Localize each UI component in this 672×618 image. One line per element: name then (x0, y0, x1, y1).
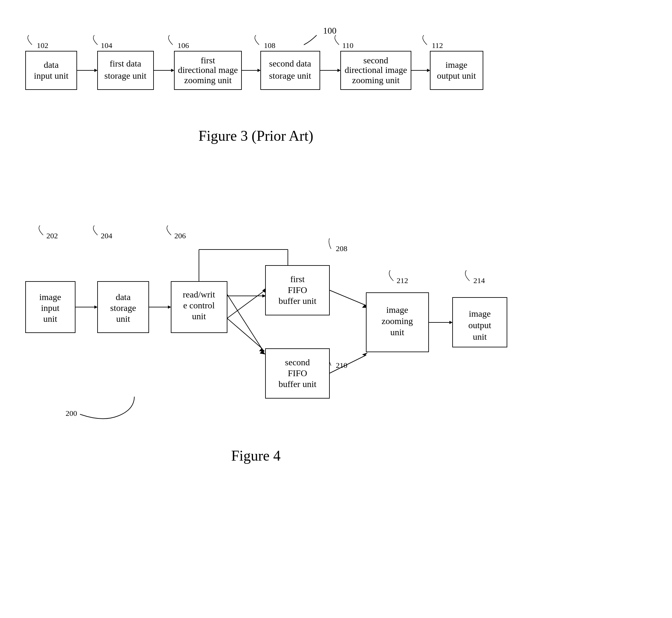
svg-text:unit: unit (473, 332, 487, 342)
svg-text:image: image (446, 60, 467, 70)
svg-text:image: image (39, 292, 61, 302)
svg-marker-19 (257, 69, 261, 72)
svg-text:FIFO: FIFO (288, 285, 307, 295)
svg-text:output unit: output unit (437, 71, 476, 81)
svg-text:data: data (44, 60, 59, 70)
svg-line-80 (329, 355, 366, 373)
svg-text:112: 112 (432, 41, 443, 49)
figure-3-diagram: 100 102 data input unit 104 first data s… (16, 16, 656, 170)
svg-text:204: 204 (101, 232, 112, 240)
box-104: 104 first data storage unit (93, 35, 153, 90)
svg-text:image: image (469, 309, 491, 319)
box-106: 106 first directional mage zooming unit (169, 35, 241, 90)
svg-text:read/writ: read/writ (183, 290, 215, 299)
svg-text:second: second (285, 357, 310, 367)
svg-text:directional image: directional image (344, 65, 407, 75)
svg-rect-34 (430, 51, 483, 90)
svg-text:buffer unit: buffer unit (278, 296, 317, 306)
svg-text:102: 102 (37, 41, 48, 49)
box-214: 214 image output unit (453, 270, 507, 347)
svg-text:directional mage: directional mage (178, 65, 238, 75)
svg-rect-8 (98, 51, 153, 90)
svg-text:buffer unit: buffer unit (278, 379, 317, 389)
svg-text:unit: unit (390, 327, 404, 337)
svg-marker-25 (337, 69, 341, 72)
svg-text:zooming: zooming (381, 316, 413, 326)
box-206: 206 read/writ e control unit (167, 225, 227, 333)
svg-text:FIFO: FIFO (288, 368, 307, 378)
svg-marker-81 (362, 352, 368, 356)
svg-rect-21 (261, 51, 320, 90)
box-110: 110 second directional image zooming uni… (335, 35, 411, 90)
svg-text:data: data (116, 292, 131, 302)
box-108: 108 second data storage unit (255, 35, 320, 90)
svg-line-78 (329, 290, 366, 305)
svg-text:208: 208 (336, 244, 347, 253)
svg-line-62 (227, 318, 262, 349)
fig4-title: Figure 4 (231, 447, 281, 464)
svg-text:zooming unit: zooming unit (184, 75, 232, 85)
svg-marker-43 (94, 305, 98, 309)
svg-text:second data: second data (269, 59, 311, 69)
svg-text:unit: unit (116, 314, 130, 324)
svg-text:110: 110 (342, 41, 353, 49)
svg-text:storage unit: storage unit (269, 71, 311, 81)
svg-text:104: 104 (101, 41, 112, 49)
svg-line-66 (227, 291, 264, 318)
svg-text:108: 108 (264, 41, 275, 49)
svg-text:unit: unit (192, 311, 206, 321)
svg-text:212: 212 (397, 276, 408, 285)
box-112: 112 image output unit (423, 35, 483, 90)
svg-text:storage unit: storage unit (104, 71, 146, 81)
svg-text:input unit: input unit (34, 71, 69, 81)
ref-200-label: 200 (66, 409, 77, 417)
svg-text:106: 106 (178, 41, 189, 49)
svg-text:storage: storage (110, 303, 136, 313)
box-102: 102 data input unit (26, 35, 77, 90)
svg-text:214: 214 (473, 276, 485, 285)
svg-text:first data: first data (110, 59, 141, 69)
svg-text:first: first (201, 55, 215, 65)
svg-marker-12 (171, 69, 174, 72)
svg-text:image: image (386, 305, 408, 315)
fig3-title: Figure 3 (Prior Art) (198, 128, 313, 144)
svg-text:output: output (468, 320, 491, 330)
svg-text:e control: e control (183, 300, 215, 310)
svg-text:zooming unit: zooming unit (352, 75, 400, 85)
svg-text:second: second (363, 55, 388, 65)
box-202: 202 image input unit (26, 225, 75, 333)
box-204: 204 data storage unit (93, 225, 149, 333)
box-212: 212 image zooming unit (366, 270, 429, 352)
svg-text:input: input (41, 303, 60, 313)
svg-text:100: 100 (323, 26, 336, 35)
svg-rect-2 (26, 51, 77, 90)
svg-text:unit: unit (43, 314, 57, 324)
svg-text:202: 202 (46, 232, 58, 240)
figure-4-diagram: 202 image input unit 204 data storage un… (16, 211, 656, 582)
svg-marker-50 (168, 305, 171, 309)
svg-marker-88 (449, 321, 453, 324)
svg-text:206: 206 (174, 232, 186, 240)
box-210: 210 second FIFO buffer unit (265, 349, 347, 398)
page-container: 100 102 data input unit 104 first data s… (0, 0, 672, 618)
svg-text:first: first (290, 274, 305, 284)
svg-marker-32 (427, 69, 430, 72)
svg-marker-6 (94, 69, 98, 72)
